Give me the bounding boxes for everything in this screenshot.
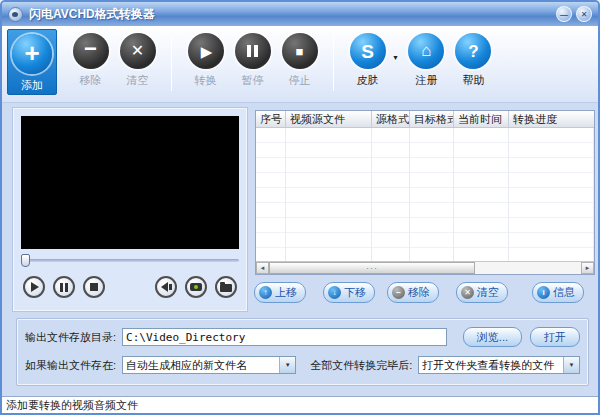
- dropdown-arrow-icon[interactable]: ▼: [279, 357, 295, 373]
- snapshot-button[interactable]: [185, 276, 207, 298]
- remove-file-button[interactable]: − 移除: [67, 29, 114, 88]
- move-up-button[interactable]: ↑ 上移: [254, 282, 306, 303]
- scroll-left-arrow-icon[interactable]: ◄: [256, 262, 269, 274]
- preview-panel: [12, 107, 248, 312]
- stop-button[interactable]: ■ 停止: [276, 29, 323, 88]
- plus-icon: +: [12, 34, 52, 74]
- player-controls: [23, 276, 237, 298]
- after-finish-select[interactable]: 打开文件夹查看转换的文件 ▼: [418, 356, 580, 374]
- toolbar-separator: [333, 35, 334, 91]
- add-files-button[interactable]: + 添加: [7, 29, 57, 95]
- skin-button[interactable]: S 皮肤: [344, 29, 391, 88]
- seek-slider[interactable]: [21, 259, 239, 262]
- info-label: 信息: [553, 285, 575, 300]
- output-settings-group: 输出文件存放目录: 浏览... 打开 如果输出文件存在: 自动生成相应的新文件名…: [16, 318, 589, 386]
- scrollbar-thumb[interactable]: ···: [269, 262, 475, 274]
- output-dir-input[interactable]: [122, 328, 447, 346]
- help-label: 帮助: [462, 73, 484, 88]
- table-header: 序号 视频源文件 源格式 目标格式 当前时间 转换进度: [256, 111, 594, 128]
- toolbar-separator: [171, 35, 172, 91]
- if-exists-select[interactable]: 自动生成相应的新文件名 ▼: [122, 356, 296, 374]
- seek-handle[interactable]: [21, 254, 30, 267]
- minus-circle-icon: −: [392, 286, 405, 299]
- move-up-label: 上移: [275, 285, 297, 300]
- dropdown-arrow-icon[interactable]: ▼: [563, 357, 579, 373]
- list-button-row: ↑ 上移 ↓ 下移 − 移除 ✕ 清空 i 信息: [254, 282, 598, 303]
- if-exists-value: 自动生成相应的新文件名: [123, 358, 279, 373]
- stop-button[interactable]: [83, 276, 105, 298]
- pause-button[interactable]: [53, 276, 75, 298]
- toolbar: + 添加 − 移除 ✕ 清空 ▶ 转换 暂停 ■ 停止 S 皮肤 ▼: [2, 26, 598, 103]
- if-exists-label: 如果输出文件存在:: [25, 358, 116, 373]
- window-controls: — ✕: [556, 6, 592, 22]
- clear-label: 清空: [127, 73, 149, 88]
- pause-icon: [60, 283, 68, 292]
- horizontal-scrollbar[interactable]: ◄ ··· ►: [256, 261, 594, 274]
- open-dir-button[interactable]: 打开: [530, 327, 580, 347]
- speaker-icon: [161, 282, 172, 292]
- titlebar: 闪电AVCHD格式转换器 — ✕: [2, 2, 598, 26]
- column-header-progress[interactable]: 转换进度: [509, 111, 594, 127]
- statusbar: 添加要转换的视频音频文件: [2, 396, 598, 413]
- column-header-source-format[interactable]: 源格式: [372, 111, 410, 127]
- convert-button[interactable]: ▶ 转换: [182, 29, 229, 88]
- skin-icon: S: [350, 33, 386, 69]
- video-screen: [21, 116, 239, 249]
- cross-icon: ✕: [120, 33, 156, 69]
- info-button[interactable]: i 信息: [532, 282, 584, 303]
- table-body[interactable]: [256, 128, 594, 261]
- output-options-row: 如果输出文件存在: 自动生成相应的新文件名 ▼ 全部文件转换完毕后: 打开文件夹…: [25, 356, 580, 374]
- pause-button[interactable]: 暂停: [229, 29, 276, 88]
- remove-item-label: 移除: [408, 285, 430, 300]
- convert-label: 转换: [195, 73, 217, 88]
- register-button[interactable]: ⌂ 注册: [403, 29, 450, 88]
- output-dir-label: 输出文件存放目录:: [25, 330, 116, 345]
- scrollbar-track[interactable]: ···: [269, 262, 581, 274]
- cross-circle-icon: ✕: [461, 286, 474, 299]
- app-window: 闪电AVCHD格式转换器 — ✕ + 添加 − 移除 ✕ 清空 ▶ 转换 暂停: [0, 0, 600, 415]
- scroll-right-arrow-icon[interactable]: ►: [581, 262, 594, 274]
- output-dir-row: 输出文件存放目录: 浏览... 打开: [25, 327, 580, 347]
- column-header-target-format[interactable]: 目标格式: [410, 111, 454, 127]
- minus-icon: −: [73, 33, 109, 69]
- volume-button[interactable]: [155, 276, 177, 298]
- after-finish-value: 打开文件夹查看转换的文件: [419, 358, 563, 373]
- add-label: 添加: [21, 78, 43, 93]
- column-header-source-file[interactable]: 视频源文件: [286, 111, 372, 127]
- pause-label: 暂停: [242, 73, 264, 88]
- camera-icon: [190, 283, 202, 291]
- arrow-down-circle-icon: ↓: [328, 286, 341, 299]
- status-text: 添加要转换的视频音频文件: [6, 398, 138, 413]
- column-header-current-time[interactable]: 当前时间: [454, 111, 509, 127]
- browse-button[interactable]: 浏览...: [463, 327, 522, 347]
- close-button[interactable]: ✕: [576, 6, 592, 22]
- pause-icon: [235, 33, 271, 69]
- remove-label: 移除: [80, 73, 102, 88]
- app-icon: [8, 7, 23, 22]
- move-down-label: 下移: [344, 285, 366, 300]
- window-title: 闪电AVCHD格式转换器: [29, 6, 155, 23]
- help-icon: ?: [455, 33, 491, 69]
- clear-items-label: 清空: [477, 285, 499, 300]
- stop-label: 停止: [289, 73, 311, 88]
- column-header-index[interactable]: 序号: [256, 111, 286, 127]
- skin-dropdown-arrow-icon[interactable]: ▼: [392, 54, 399, 61]
- remove-item-button[interactable]: − 移除: [387, 282, 439, 303]
- home-icon: ⌂: [408, 33, 444, 69]
- play-icon: ▶: [188, 33, 224, 69]
- play-icon: [31, 282, 39, 292]
- clear-list-button[interactable]: ✕ 清空: [114, 29, 161, 88]
- stop-icon: ■: [282, 33, 318, 69]
- move-down-button[interactable]: ↓ 下移: [323, 282, 375, 303]
- play-button[interactable]: [23, 276, 45, 298]
- clear-items-button[interactable]: ✕ 清空: [456, 282, 508, 303]
- register-label: 注册: [415, 73, 437, 88]
- help-button[interactable]: ? 帮助: [450, 29, 497, 88]
- open-folder-button[interactable]: [215, 276, 237, 298]
- after-finish-label: 全部文件转换完毕后:: [310, 358, 412, 373]
- arrow-up-circle-icon: ↑: [259, 286, 272, 299]
- skin-label: 皮肤: [357, 73, 379, 88]
- minimize-button[interactable]: —: [556, 6, 572, 22]
- file-list-table: 序号 视频源文件 源格式 目标格式 当前时间 转换进度 ◄ ··· ►: [255, 110, 595, 275]
- stop-icon: [90, 283, 98, 291]
